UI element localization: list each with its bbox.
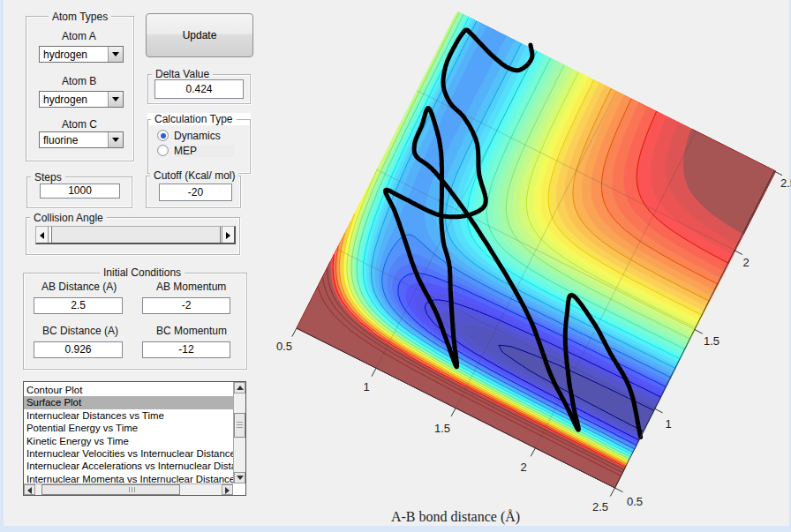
svg-text:2: 2 (520, 461, 526, 474)
svg-text:2.5: 2.5 (592, 500, 608, 513)
svg-text:1.5: 1.5 (434, 422, 450, 435)
svg-text:1: 1 (665, 417, 671, 431)
svg-text:1: 1 (363, 380, 369, 393)
svg-text:0.5: 0.5 (627, 495, 643, 508)
svg-text:1.5: 1.5 (704, 334, 719, 348)
svg-text:2: 2 (742, 256, 749, 269)
svg-text:A-B bond distance (Å): A-B bond distance (Å) (391, 509, 520, 525)
svg-text:0.5: 0.5 (276, 340, 292, 353)
svg-text:2.5: 2.5 (780, 176, 791, 190)
